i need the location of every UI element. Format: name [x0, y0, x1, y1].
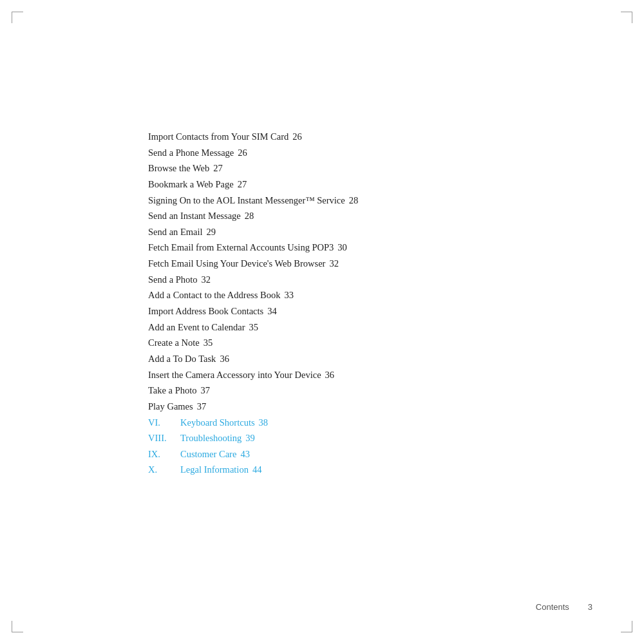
toc-page-take-photo: 37 [201, 383, 211, 399]
toc-page-browse-web: 27 [213, 160, 223, 176]
toc-entry-create-note: Create a Note 35 [148, 335, 592, 351]
toc-page-add-contact-address-book: 33 [284, 287, 294, 303]
toc-page-fetch-email-pop3: 30 [337, 240, 347, 256]
toc-entry-import-contacts-sim: Import Contacts from Your SIM Card 26 [148, 129, 592, 145]
toc-page-troubleshooting: 39 [245, 430, 255, 446]
toc-entry-import-address-book-contacts: Import Address Book Contacts 34 [148, 303, 592, 319]
toc-section-num-legal-information: X. [148, 462, 180, 478]
toc-entry-add-todo-task: Add a To Do Task 36 [148, 351, 592, 367]
toc-entry-fetch-email-pop3: Fetch Email from External Accounts Using… [148, 240, 592, 256]
toc-title-create-note: Create a Note [148, 335, 200, 351]
toc-title-add-contact-address-book: Add a Contact to the Address Book [148, 287, 280, 303]
toc-entry-customer-care[interactable]: IX.Customer Care 43 [148, 446, 592, 462]
toc-page-send-instant-message: 28 [245, 208, 254, 224]
toc-entry-keyboard-shortcuts[interactable]: VI.Keyboard Shortcuts 38 [148, 415, 592, 431]
toc-title-keyboard-shortcuts: Keyboard Shortcuts [180, 415, 255, 431]
toc-page-create-note: 35 [204, 335, 213, 351]
toc-page-play-games: 37 [197, 399, 207, 415]
toc-entry-send-photo: Send a Photo 32 [148, 272, 592, 288]
toc-entry-insert-camera-accessory: Insert the Camera Accessory into Your De… [148, 367, 592, 383]
toc-entry-bookmark-web-page: Bookmark a Web Page 27 [148, 176, 592, 193]
toc-title-send-instant-message: Send an Instant Message [148, 208, 241, 224]
toc-title-take-photo: Take a Photo [148, 383, 197, 399]
toc-page-bookmark-web-page: 27 [238, 176, 247, 193]
toc-page-add-event-calendar: 35 [249, 319, 259, 336]
toc-title-import-contacts-sim: Import Contacts from Your SIM Card [148, 129, 289, 145]
toc-page-insert-camera-accessory: 36 [325, 367, 335, 383]
toc-entry-play-games: Play Games 37 [148, 399, 592, 415]
toc-page-add-todo-task: 36 [220, 351, 229, 367]
corner-mark-top-left [12, 12, 23, 23]
toc-page-send-email: 29 [207, 224, 216, 240]
toc-entry-send-phone-message: Send a Phone Message 26 [148, 145, 592, 161]
toc-title-insert-camera-accessory: Insert the Camera Accessory into Your De… [148, 367, 321, 383]
toc-section-num-customer-care: IX. [148, 446, 180, 462]
toc-title-legal-information: Legal Information [180, 462, 249, 478]
toc-section-num-keyboard-shortcuts: VI. [148, 415, 180, 431]
toc-page-keyboard-shortcuts: 38 [259, 415, 269, 431]
toc-title-signing-on-aol: Signing On to the AOL Instant Messenger™… [148, 193, 345, 209]
toc-title-add-todo-task: Add a To Do Task [148, 351, 216, 367]
toc-entry-send-instant-message: Send an Instant Message 28 [148, 208, 592, 224]
toc-title-import-address-book-contacts: Import Address Book Contacts [148, 303, 263, 319]
toc-entry-add-event-calendar: Add an Event to Calendar 35 [148, 319, 592, 336]
toc-title-add-event-calendar: Add an Event to Calendar [148, 319, 245, 336]
toc-title-play-games: Play Games [148, 399, 193, 415]
toc-page-import-address-book-contacts: 34 [267, 303, 277, 319]
footer-page: 3 [588, 602, 592, 612]
corner-mark-top-right [621, 12, 632, 23]
toc-title-fetch-email-pop3: Fetch Email from External Accounts Using… [148, 240, 334, 256]
toc-entry-add-contact-address-book: Add a Contact to the Address Book 33 [148, 287, 592, 303]
footer: Contents 3 [536, 602, 592, 612]
toc-entry-browse-web: Browse the Web 27 [148, 160, 592, 176]
toc-page-send-phone-message: 26 [238, 145, 247, 161]
toc-title-browse-web: Browse the Web [148, 160, 209, 176]
toc-content: Import Contacts from Your SIM Card 26Sen… [148, 129, 592, 478]
toc-page-customer-care: 43 [240, 446, 250, 462]
toc-entry-fetch-email-browser: Fetch Email Using Your Device's Web Brow… [148, 256, 592, 272]
toc-title-fetch-email-browser: Fetch Email Using Your Device's Web Brow… [148, 256, 325, 272]
toc-entry-take-photo: Take a Photo 37 [148, 383, 592, 399]
toc-title-bookmark-web-page: Bookmark a Web Page [148, 176, 234, 193]
toc-entry-troubleshooting[interactable]: VIII.Troubleshooting 39 [148, 430, 592, 446]
toc-section-num-troubleshooting: VIII. [148, 430, 180, 446]
toc-title-send-email: Send an Email [148, 224, 203, 240]
toc-page-legal-information: 44 [252, 462, 262, 478]
toc-entry-signing-on-aol: Signing On to the AOL Instant Messenger™… [148, 193, 592, 209]
footer-label: Contents [536, 602, 569, 612]
toc-title-send-phone-message: Send a Phone Message [148, 145, 234, 161]
toc-page-signing-on-aol: 28 [349, 193, 359, 209]
corner-mark-bottom-left [12, 621, 23, 632]
toc-page-send-photo: 32 [202, 272, 211, 288]
toc-entry-send-email: Send an Email 29 [148, 224, 592, 240]
toc-entry-legal-information[interactable]: X.Legal Information 44 [148, 462, 592, 478]
corner-mark-bottom-right [621, 621, 632, 632]
toc-page-fetch-email-browser: 32 [329, 256, 339, 272]
toc-title-troubleshooting: Troubleshooting [180, 430, 242, 446]
toc-page-import-contacts-sim: 26 [292, 129, 302, 145]
toc-title-send-photo: Send a Photo [148, 272, 198, 288]
toc-title-customer-care: Customer Care [180, 446, 236, 462]
